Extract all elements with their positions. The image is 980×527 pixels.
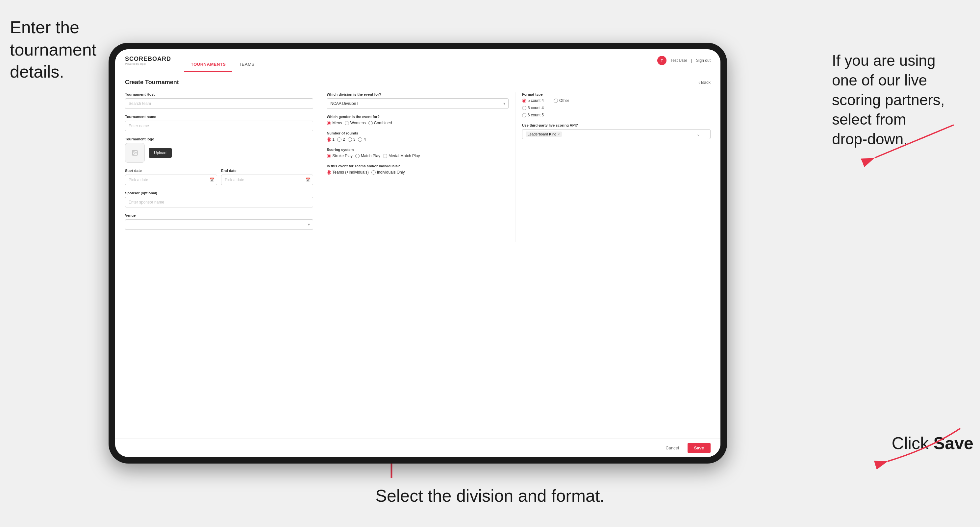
app-logo-sub: Powered by clippi (125, 62, 171, 65)
format-other-label: Other (559, 98, 569, 103)
dates-group: Start date 📅 End date (125, 169, 313, 185)
teams-individuals[interactable]: Individuals Only (371, 170, 405, 175)
live-scoring-close[interactable]: × (558, 132, 560, 136)
format-6count4[interactable]: 6 count 4 (522, 106, 544, 110)
cancel-button[interactable]: Cancel (660, 443, 684, 453)
live-scoring-select[interactable]: Leaderboard King × ⌄ (522, 129, 711, 139)
venue-select[interactable] (125, 219, 313, 230)
scoring-stroke[interactable]: Stroke Play (327, 154, 352, 158)
gender-mens[interactable]: Mens (327, 121, 342, 125)
tournament-host-group: Tournament Host (125, 92, 313, 109)
gender-group: Which gender is the event for? Mens Wome… (327, 115, 508, 125)
annotation-top-right: If you are using one of our live scoring… (832, 51, 970, 149)
gender-womens-label: Womens (350, 121, 366, 125)
app-main: Create Tournament ‹ Back Tournament Host (115, 72, 721, 438)
format-6count4-label: 6 count 4 (528, 106, 544, 110)
dropdown-chevron: ⌄ (697, 132, 700, 137)
save-button[interactable]: Save (687, 443, 711, 453)
annotation-bottom-right: Click Save (891, 432, 974, 455)
start-date-input[interactable] (125, 175, 217, 185)
format-other[interactable]: Other (554, 98, 569, 103)
nav-tabs: TOURNAMENTS TEAMS (184, 49, 261, 71)
division-select[interactable]: NCAA Division I (327, 98, 508, 109)
annotation-bottom-center: Select the division and format. (375, 485, 605, 507)
teams-group: Is this event for Teams and/or Individua… (327, 164, 508, 175)
scoring-match-label: Match Play (361, 154, 380, 158)
sponsor-label: Sponsor (optional) (125, 191, 313, 195)
form-col-2: Which division is the event for? NCAA Di… (320, 92, 515, 242)
calendar-icon-2: 📅 (305, 178, 310, 182)
gender-radio-group: Mens Womens Combined (327, 121, 508, 125)
app-logo: SCOREBOARD (125, 56, 171, 62)
form-col-3: Format type 5 count 4 (515, 92, 711, 242)
format-type-group: Format type 5 count 4 (522, 92, 711, 117)
click-label: Click (891, 433, 933, 453)
tournament-host-input[interactable] (125, 98, 313, 109)
form-col-1: Tournament Host Tournament name Tourname… (125, 92, 320, 242)
tournament-name-label: Tournament name (125, 115, 313, 119)
teams-individuals-label: Individuals Only (377, 170, 405, 175)
logo-area: SCOREBOARD Powered by clippi (125, 56, 171, 65)
save-label-bold: Save (934, 433, 974, 453)
start-date-group: Start date 📅 (125, 169, 217, 185)
upload-button[interactable]: Upload (149, 148, 172, 158)
gender-combined-label: Combined (374, 121, 392, 125)
round-3-label: 3 (353, 137, 356, 142)
form-grid: Tournament Host Tournament name Tourname… (125, 92, 711, 242)
format-section: 5 count 4 6 count 4 6 coun (522, 98, 711, 117)
live-scoring-value: Leaderboard King (528, 132, 556, 136)
division-group: Which division is the event for? NCAA Di… (327, 92, 508, 109)
live-scoring-label: Use third-party live scoring API? (522, 123, 711, 127)
date-row: Start date 📅 End date (125, 169, 313, 185)
format-6count5[interactable]: 6 count 5 (522, 113, 544, 117)
format-col-left: 5 count 4 6 count 4 6 coun (522, 98, 544, 117)
teams-radio-group: Teams (+Individuals) Individuals Only (327, 170, 508, 175)
format-6count5-label: 6 count 5 (528, 113, 544, 117)
teams-teams-label: Teams (+Individuals) (332, 170, 368, 175)
nav-tab-teams[interactable]: TEAMS (232, 59, 261, 71)
tournament-name-group: Tournament name (125, 115, 313, 131)
round-1[interactable]: 1 (327, 137, 334, 142)
tournament-name-input[interactable] (125, 121, 313, 131)
gender-label: Which gender is the event for? (327, 115, 508, 119)
end-date-label: End date (221, 169, 313, 173)
logo-placeholder (125, 143, 145, 163)
gender-combined[interactable]: Combined (368, 121, 392, 125)
round-4[interactable]: 4 (358, 137, 366, 142)
start-date-label: Start date (125, 169, 217, 173)
end-date-group: End date 📅 (221, 169, 313, 185)
rounds-label: Number of rounds (327, 131, 508, 135)
gender-womens[interactable]: Womens (345, 121, 366, 125)
back-link[interactable]: ‹ Back (698, 80, 711, 85)
nav-tab-tournaments[interactable]: TOURNAMENTS (184, 59, 232, 71)
header-right: T Test User | Sign out (657, 56, 711, 65)
teams-teams[interactable]: Teams (+Individuals) (327, 170, 368, 175)
user-avatar: T (657, 56, 667, 65)
tournament-host-label: Tournament Host (125, 92, 313, 96)
rounds-radio-group: 1 2 3 (327, 137, 508, 142)
scoring-label: Scoring system (327, 148, 508, 152)
app-footer: Cancel Save (115, 438, 721, 457)
scoring-medal-match[interactable]: Medal Match Play (383, 154, 420, 158)
page-title: Create Tournament (125, 79, 179, 86)
round-2-label: 2 (343, 137, 345, 142)
sign-out-link[interactable]: Sign out (696, 58, 711, 63)
round-2[interactable]: 2 (337, 137, 345, 142)
live-scoring-group: Use third-party live scoring API? Leader… (522, 123, 711, 139)
scoring-medal-label: Medal Match Play (388, 154, 420, 158)
teams-label: Is this event for Teams and/or Individua… (327, 164, 508, 168)
sponsor-input[interactable] (125, 197, 313, 208)
round-3[interactable]: 3 (348, 137, 356, 142)
end-date-wrapper: 📅 (221, 175, 313, 185)
format-5count4[interactable]: 5 count 4 (522, 98, 544, 103)
rounds-group: Number of rounds 1 2 (327, 131, 508, 142)
end-date-input[interactable] (221, 175, 313, 185)
scoring-match[interactable]: Match Play (355, 154, 380, 158)
logo-upload-area: Upload (125, 143, 313, 163)
round-4-label: 4 (364, 137, 366, 142)
venue-label: Venue (125, 213, 313, 217)
pipe-separator: | (691, 58, 692, 63)
tablet: SCOREBOARD Powered by clippi TOURNAMENTS… (108, 43, 727, 464)
live-scoring-tag: Leaderboard King × (526, 132, 562, 137)
gender-mens-label: Mens (332, 121, 342, 125)
